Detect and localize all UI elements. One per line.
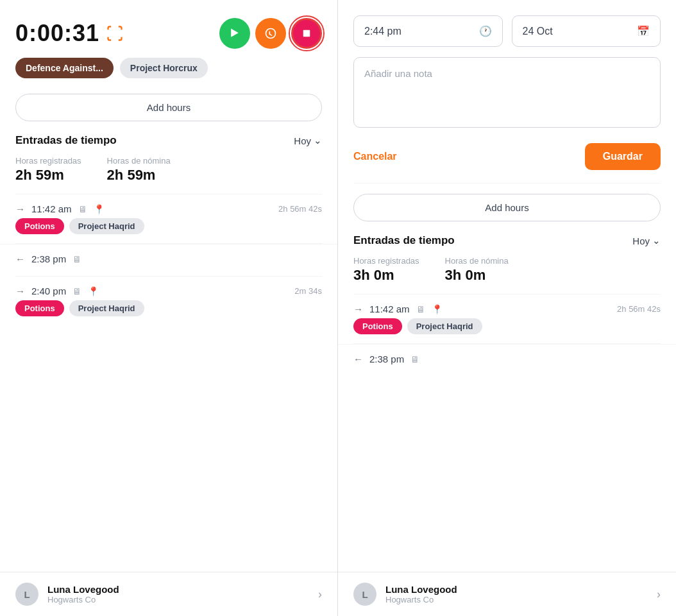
right-monitor-icon-2: 🖥 xyxy=(410,354,419,364)
timer-row: 0:00:31 xyxy=(0,0,337,58)
hours-summary: Horas registradas 2h 59m Horas de nómina… xyxy=(0,156,337,194)
action-row: Cancelar Guardar xyxy=(338,138,676,183)
right-avatar: L xyxy=(353,583,376,606)
snooze-button[interactable] xyxy=(255,18,286,49)
monitor-icon-3: 🖥 xyxy=(72,286,81,296)
right-user-footer[interactable]: L Luna Lovegood Hogwarts Co › xyxy=(338,572,676,616)
entry-arrow-icon-3: → xyxy=(15,286,25,296)
entry-time: 11:42 am xyxy=(31,203,72,214)
note-placeholder: Añadir una nota xyxy=(364,68,432,79)
right-nomina-hours: Horas de nómina 3h 0m xyxy=(445,256,509,284)
timer-buttons xyxy=(219,18,322,49)
entry-tags: Potions Project Haqrid xyxy=(15,218,322,234)
right-location-icon-1: 📍 xyxy=(432,304,443,314)
scan-icon xyxy=(106,24,124,42)
tag-project-horcrux[interactable]: Project Horcrux xyxy=(120,58,208,78)
avatar: L xyxy=(15,583,38,606)
filter-dropdown[interactable]: Hoy ⌄ xyxy=(294,135,322,146)
right-entry-arrow-1: → xyxy=(353,304,363,314)
user-footer[interactable]: L Luna Lovegood Hogwarts Co › xyxy=(0,572,337,616)
date-input[interactable]: 24 Oct 📅 xyxy=(512,15,661,47)
stop-button[interactable] xyxy=(291,18,322,49)
save-button[interactable]: Guardar xyxy=(585,143,661,170)
time-entry-3: → 2:40 pm 🖥 📍 2m 34s Potions Project Haq… xyxy=(0,277,337,325)
monitor-icon: 🖥 xyxy=(78,204,87,214)
svg-rect-0 xyxy=(303,30,310,37)
cancel-button[interactable]: Cancelar xyxy=(353,151,397,162)
tag-defence[interactable]: Defence Against... xyxy=(15,58,114,78)
project-haqrid-tag-3[interactable]: Project Haqrid xyxy=(69,300,144,316)
entry-time-2: 2:38 pm xyxy=(31,253,66,264)
location-icon: 📍 xyxy=(94,204,105,214)
location-icon-3: 📍 xyxy=(88,286,99,296)
clock-icon: 🕐 xyxy=(479,25,492,37)
entry-duration: 2h 56m 42s xyxy=(111,204,322,214)
calendar-icon: 📅 xyxy=(637,25,650,37)
play-button[interactable] xyxy=(219,18,250,49)
left-panel: 0:00:31 Defence Against... Project Horcr… xyxy=(0,0,338,616)
right-footer-info: Luna Lovegood Hogwarts Co xyxy=(385,584,648,604)
footer-info: Luna Lovegood Hogwarts Co xyxy=(47,584,309,604)
right-panel: 2:44 pm 🕐 24 Oct 📅 Añadir una nota Cance… xyxy=(338,0,676,616)
time-input[interactable]: 2:44 pm 🕐 xyxy=(353,15,503,47)
right-entry-2: ← 2:38 pm 🖥 xyxy=(338,344,676,376)
right-project-haqrid-tag-1[interactable]: Project Haqrid xyxy=(407,318,482,334)
entry-arrow-icon: → xyxy=(15,203,25,214)
right-entry-arrow-2: ← xyxy=(353,354,363,364)
monitor-icon-2: 🖥 xyxy=(72,254,81,264)
nomina-hours: Horas de nómina 2h 59m xyxy=(107,156,171,184)
potions-tag-3[interactable]: Potions xyxy=(15,300,64,316)
right-chevron-right-icon: › xyxy=(657,588,661,601)
right-registered-hours: Horas registradas 3h 0m xyxy=(353,256,419,284)
right-potions-tag-1[interactable]: Potions xyxy=(353,318,402,334)
chevron-right-icon: › xyxy=(318,588,322,601)
timer-display: 0:00:31 xyxy=(15,20,124,47)
potions-tag[interactable]: Potions xyxy=(15,218,64,234)
registered-hours: Horas registradas 2h 59m xyxy=(15,156,81,184)
right-add-hours-button[interactable]: Add hours xyxy=(353,194,661,221)
right-entry-duration-1: 2h 56m 42s xyxy=(449,304,661,314)
add-hours-button[interactable]: Add hours xyxy=(15,94,322,121)
right-user-name: Luna Lovegood xyxy=(385,584,648,595)
right-filter-dropdown[interactable]: Hoy ⌄ xyxy=(632,235,661,246)
section-title: Entradas de tiempo xyxy=(15,134,117,147)
user-name: Luna Lovegood xyxy=(47,584,309,595)
section-header: Entradas de tiempo Hoy ⌄ xyxy=(0,134,337,156)
right-section-header: Entradas de tiempo Hoy ⌄ xyxy=(338,234,676,256)
right-hours-summary: Horas registradas 3h 0m Horas de nómina … xyxy=(338,256,676,294)
time-date-row: 2:44 pm 🕐 24 Oct 📅 xyxy=(338,0,676,57)
project-haqrid-tag[interactable]: Project Haqrid xyxy=(69,218,144,234)
entry-arrow-icon-2: ← xyxy=(15,253,25,264)
time-entry-2: ← 2:38 pm 🖥 xyxy=(0,244,337,276)
right-entry-time-1: 11:42 am xyxy=(369,304,410,314)
user-company: Hogwarts Co xyxy=(47,595,309,604)
right-entry-time-2: 2:38 pm xyxy=(369,354,404,364)
right-entry-1: → 11:42 am 🖥 📍 2h 56m 42s Potions Projec… xyxy=(338,295,676,343)
right-section-title: Entradas de tiempo xyxy=(353,234,455,247)
entry-duration-3: 2m 34s xyxy=(105,286,322,296)
right-monitor-icon-1: 🖥 xyxy=(416,304,425,314)
time-entry-1: → 11:42 am 🖥 📍 2h 56m 42s Potions Projec… xyxy=(0,194,337,243)
right-entry-tags-1: Potions Project Haqrid xyxy=(353,318,661,334)
note-area[interactable]: Añadir una nota xyxy=(353,57,661,128)
right-user-company: Hogwarts Co xyxy=(385,595,648,604)
tags-row: Defence Against... Project Horcrux xyxy=(0,58,337,89)
entry-time-3: 2:40 pm xyxy=(31,286,66,296)
entry-tags-3: Potions Project Haqrid xyxy=(15,300,322,316)
timer-text: 0:00:31 xyxy=(15,20,99,47)
right-divider xyxy=(353,183,661,184)
